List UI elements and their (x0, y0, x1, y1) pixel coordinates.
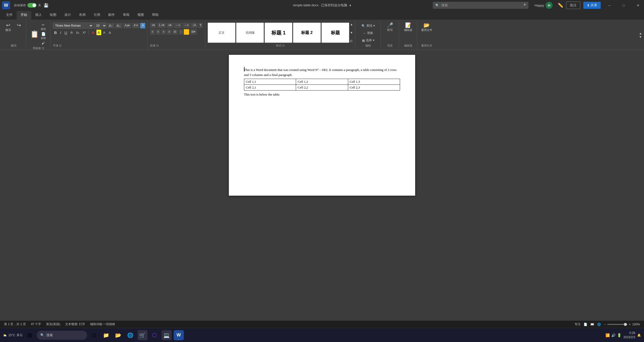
columns-button[interactable]: ⊟ (172, 29, 178, 35)
quick-save-icon[interactable]: 💾 (44, 3, 49, 8)
visual-studio-icon[interactable]: ⬡ (150, 330, 160, 340)
battery-icon[interactable]: 🔋 (617, 333, 621, 337)
copy-button[interactable]: 📄 复制 (40, 32, 47, 40)
clock[interactable]: 0:28 2023/2/3 (623, 331, 635, 339)
font-family-select[interactable]: Times New Roman (53, 23, 93, 29)
change-case-button[interactable]: Aa▾ (123, 23, 131, 28)
font-expand[interactable]: ⊡ (59, 44, 61, 47)
cell-2-2[interactable]: Cell 2,2 (296, 85, 348, 91)
explorer-icon[interactable]: 📁 (101, 330, 111, 340)
align-center-button[interactable]: ≡ (156, 29, 160, 35)
superscript-button[interactable]: X² (81, 30, 87, 35)
cell-1-1[interactable]: Cell 1,1 (244, 79, 296, 85)
style-biaoti2[interactable]: 标题 2 (293, 23, 321, 43)
tab-draw[interactable]: 绘图 (46, 11, 60, 20)
tab-insert[interactable]: 插入 (31, 11, 46, 20)
edge-icon[interactable]: 🌐 (125, 330, 135, 340)
autosave-toggle[interactable] (27, 3, 37, 8)
increase-indent-button[interactable]: →≡ (182, 23, 190, 28)
tab-review[interactable]: 审阅 (119, 11, 133, 20)
styles-expand-btn[interactable]: ⊡ (282, 44, 284, 47)
task-view-button[interactable]: ⊡ (89, 330, 99, 340)
styles-scroll-down[interactable]: ▼ (350, 31, 353, 34)
text-effects-button[interactable]: A (140, 23, 145, 28)
editor-button[interactable]: 📝 编辑器 (403, 22, 414, 33)
font-grow-button[interactable]: A↑ (107, 23, 114, 28)
reuse-files-button[interactable]: 📂 重用文件 (420, 22, 434, 33)
select-button[interactable]: ▦选择 ▾ (360, 37, 376, 44)
line-spacing-button[interactable]: ↕ (178, 29, 183, 35)
start-button[interactable]: ⊞ (25, 330, 35, 340)
tab-layout[interactable]: 布局 (75, 11, 90, 20)
chevron-down-icon[interactable]: ▾ (349, 4, 351, 7)
align-left-button[interactable]: ≡ (150, 29, 155, 35)
accessibility[interactable]: 辅助功能 一切就绪 (90, 322, 115, 326)
word-taskbar-icon[interactable]: W (174, 330, 184, 340)
cell-1-2[interactable]: Cell 1,2 (296, 79, 348, 85)
files-icon[interactable]: 📂 (113, 330, 123, 340)
decrease-indent-button[interactable]: ←≡ (174, 23, 182, 28)
align-right-button[interactable]: ≡ (161, 29, 166, 35)
tab-view[interactable]: 视图 (133, 11, 148, 20)
char-shading-button[interactable]: A (102, 30, 107, 35)
text-prediction[interactable]: 文本预测: 打开 (65, 322, 85, 326)
clear-format-button[interactable]: ✗A (132, 23, 139, 28)
para-expand[interactable]: ⊡ (156, 44, 159, 47)
read-mode-icon[interactable]: 📖 (590, 323, 594, 326)
phonetic-guide-button[interactable]: あ (107, 30, 113, 35)
cell-2-3[interactable]: Cell 2,3 (348, 85, 400, 91)
style-wujiangehh[interactable]: 无间隔 (236, 23, 264, 43)
taskbar-search[interactable]: 🔍 搜索 (37, 331, 87, 340)
font-size-select[interactable]: 10 (94, 23, 106, 29)
language[interactable]: 英语(美国) (46, 322, 60, 326)
volume-icon[interactable]: 🔊 (611, 333, 616, 337)
styles-expand[interactable]: ⊡ (350, 39, 353, 43)
print-layout-icon[interactable]: 📄 (584, 323, 587, 326)
subscript-button[interactable]: X₂ (75, 30, 81, 35)
strikethrough-button[interactable]: S (69, 30, 74, 35)
italic-button[interactable]: I (59, 30, 62, 35)
bullets-button[interactable]: ≡▾ (150, 23, 156, 28)
bold-button[interactable]: B (53, 30, 58, 35)
ribbon-scroll-up[interactable]: ▲ (639, 32, 642, 35)
style-zhengwen[interactable]: 正文 (208, 23, 235, 43)
terminal-icon[interactable]: 💻 (162, 330, 172, 340)
network-icon[interactable]: 📶 (605, 333, 610, 337)
undo-button[interactable]: ↩ 撤消 (3, 22, 13, 33)
dictate-button[interactable]: 🎤 听写 (385, 22, 395, 33)
format-painter-button[interactable]: 🖌 (40, 41, 47, 45)
paragraph1[interactable]: This is a Word document that was created… (244, 67, 400, 77)
shading-button[interactable]: ░ (184, 29, 189, 35)
multilevel-button[interactable]: ≡▾ (167, 23, 173, 28)
clipboard-expand[interactable]: ⊡ (42, 47, 44, 50)
user-avatar[interactable]: H (546, 2, 553, 9)
minimize-button[interactable]: ─ (604, 0, 615, 11)
style-biaoti[interactable]: 标题 (321, 23, 349, 43)
share-button[interactable]: ⬆ 共享 (583, 2, 601, 9)
focus-mode[interactable]: 专注 (575, 322, 581, 326)
search-bar[interactable]: 🔍 搜索 🎤 (433, 2, 528, 9)
redo-button[interactable]: ↪ (14, 22, 24, 29)
cell-2-1[interactable]: Cell 2,1 (244, 85, 296, 91)
font-shrink-button[interactable]: A↓ (115, 23, 122, 28)
tab-home[interactable]: 开始 (17, 11, 31, 20)
tab-mailings[interactable]: 邮件 (104, 11, 119, 20)
zoom-in-button[interactable]: + (629, 323, 631, 326)
tab-file[interactable]: 文件 (2, 11, 17, 20)
tab-references[interactable]: 引用 (90, 11, 104, 20)
find-button[interactable]: 🔍查找 ▾ (360, 23, 376, 29)
borders-button[interactable]: ⊞▾ (190, 29, 197, 35)
font-color-button[interactable]: A (90, 30, 96, 35)
ribbon-scroll-down[interactable]: ▼ (639, 35, 642, 39)
sort-button[interactable]: ↕A (191, 23, 197, 28)
cut-button[interactable]: ✂ 剪切 (40, 23, 47, 31)
tab-help[interactable]: 帮助 (148, 11, 163, 20)
style-biaoti1[interactable]: 标题 1 (265, 23, 292, 43)
paragraph2[interactable]: This text is below the table. (244, 92, 400, 97)
zoom-out-button[interactable]: − (604, 323, 606, 326)
underline-button[interactable]: U (63, 30, 68, 35)
justify-button[interactable]: ≡ (167, 29, 171, 35)
maximize-button[interactable]: □ (618, 0, 629, 11)
zoom-slider[interactable] (607, 324, 627, 325)
replace-button[interactable]: ↔替换 (360, 30, 376, 36)
